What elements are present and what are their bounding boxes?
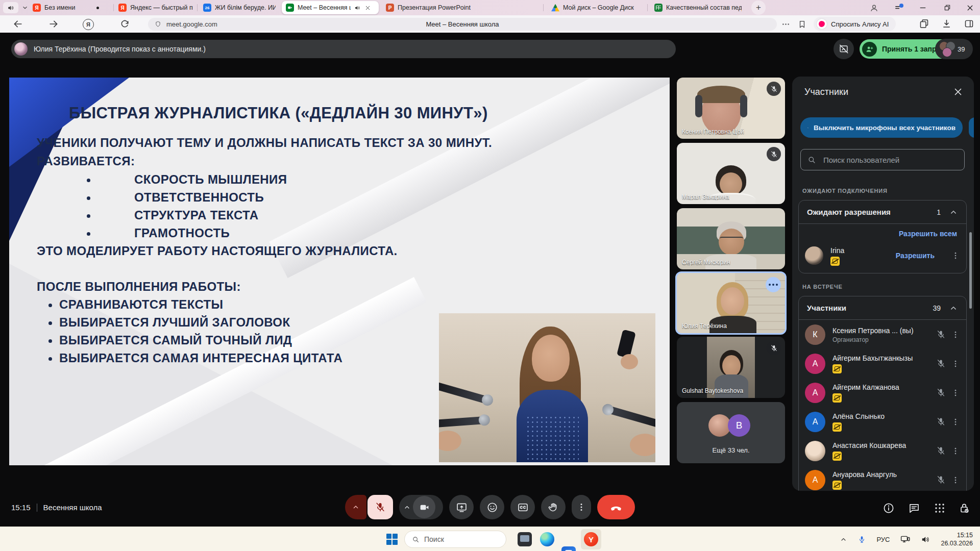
- tab-separator: [647, 4, 648, 11]
- taskbar-clock[interactable]: 15:15 26.03.2026: [941, 531, 973, 547]
- camera-toggle-button[interactable]: [413, 496, 435, 518]
- bookmark-icon[interactable]: [797, 18, 808, 30]
- browser-menu-icon[interactable]: [893, 3, 903, 13]
- video-tile[interactable]: Ксения Петровна Цой: [677, 78, 785, 139]
- extensions-dots-icon[interactable]: [781, 19, 792, 31]
- tab-close-icon[interactable]: [364, 5, 371, 11]
- mic-off-icon: [936, 330, 946, 339]
- participant-row[interactable]: К Ксения Петровна ... (вы) Организатор: [799, 320, 966, 349]
- secondary-action-button[interactable]: [969, 117, 974, 138]
- present-screen-button[interactable]: [449, 495, 474, 519]
- tab-google-sheets[interactable]: Качественный состав пед: [654, 0, 742, 15]
- participant-row[interactable]: А Айгерим Калжанова: [799, 378, 966, 407]
- activities-grid-icon[interactable]: [934, 502, 946, 514]
- tab-powerpoint[interactable]: P Презентация PowerPoint: [386, 0, 483, 15]
- kebab-menu-icon[interactable]: [951, 330, 960, 339]
- admit-link[interactable]: Разрешить: [896, 251, 935, 260]
- volume-icon[interactable]: [921, 535, 930, 544]
- reactions-button[interactable]: [480, 495, 504, 519]
- annotations-off-button[interactable]: [834, 39, 854, 59]
- microphone-prop: [439, 381, 491, 405]
- mic-in-use-icon[interactable]: [857, 535, 866, 544]
- edge-icon[interactable]: [540, 532, 554, 546]
- yandex-favicon: Я: [33, 4, 41, 12]
- forward-icon[interactable]: [48, 18, 59, 30]
- restore-window-button[interactable]: [942, 3, 952, 13]
- collections-icon[interactable]: [919, 18, 930, 30]
- site-shield-icon[interactable]: [154, 20, 162, 28]
- tab-untitled[interactable]: Я Без имени: [33, 0, 110, 15]
- tray-chevron-icon[interactable]: [840, 536, 847, 543]
- participants-card-header[interactable]: Участники 39: [799, 296, 966, 320]
- waiting-card-header[interactable]: Ожидают разрешения 1: [799, 201, 966, 224]
- tab-meet-active[interactable]: Meet – Весенняя шк: [282, 1, 379, 14]
- participant-search[interactable]: [800, 149, 965, 170]
- mute-all-button[interactable]: Выключить микрофоны всех участников: [800, 117, 963, 138]
- overflow-tile[interactable]: B Ещё 33 чел.: [677, 402, 785, 463]
- panel-scrollbar[interactable]: [969, 232, 972, 309]
- video-tile[interactable]: Марал Закарина: [677, 143, 785, 204]
- raise-hand-button[interactable]: [541, 495, 566, 519]
- kebab-menu-icon[interactable]: [951, 475, 960, 485]
- camera-group: [399, 495, 443, 519]
- kebab-menu-icon[interactable]: [951, 251, 960, 260]
- tile-options-button[interactable]: [766, 277, 781, 292]
- chat-icon[interactable]: [908, 502, 920, 514]
- taskbar-app-window-icon[interactable]: [518, 532, 532, 546]
- camera-options-chevron[interactable]: [403, 504, 411, 511]
- captions-button[interactable]: [510, 495, 535, 519]
- avatar: А: [805, 470, 825, 490]
- taskbar-search[interactable]: Поиск: [404, 531, 506, 548]
- new-tab-button[interactable]: +: [751, 1, 766, 15]
- mic-options-chevron[interactable]: [345, 495, 366, 519]
- yandex-browser-taskbar-icon[interactable]: Y: [581, 529, 601, 549]
- minimize-button[interactable]: [918, 3, 928, 13]
- mic-toggle-button-muted[interactable]: [368, 495, 393, 519]
- video-tile-active-speaker[interactable]: Юлия Терёхина: [675, 271, 787, 335]
- close-window-button[interactable]: [965, 3, 975, 13]
- address-bar[interactable]: meet.google.com: [148, 18, 777, 31]
- more-options-button[interactable]: [572, 495, 591, 519]
- panel-close-icon[interactable]: [952, 86, 965, 98]
- back-icon[interactable]: [12, 18, 23, 30]
- kebab-menu-icon[interactable]: [951, 359, 960, 368]
- participant-row[interactable]: А Алёна Слынько: [799, 407, 966, 436]
- participant-row[interactable]: Анастасия Кошкарева: [799, 436, 966, 465]
- admit-all-link[interactable]: Разрешить всем: [899, 229, 957, 238]
- reload-icon[interactable]: [119, 18, 131, 30]
- tab-list-chevron-icon[interactable]: [19, 2, 31, 13]
- yandex-home-icon[interactable]: Я: [83, 19, 94, 30]
- ask-alice-button[interactable]: Спросить Алису AI: [814, 17, 896, 31]
- slide-photo-interview: [439, 313, 655, 462]
- side-panel-icon[interactable]: [964, 18, 975, 30]
- participant-row[interactable]: А Ануарова Анаргуль: [799, 465, 966, 491]
- participants-panel: Участники Выключить микрофоны всех участ…: [792, 77, 974, 491]
- participants-count-pill[interactable]: 39: [935, 39, 973, 59]
- video-tile[interactable]: Gulshat Baytokeshova: [677, 337, 785, 398]
- tab-yandex-search[interactable]: Я Яндекс — быстрый поиск: [118, 0, 193, 15]
- slide-bullet: ВЫБИРАЕТСЯ САМЫЙ ТОЧНЫЙ ЛИД: [59, 333, 292, 347]
- start-button[interactable]: [386, 534, 398, 545]
- end-call-button[interactable]: [597, 495, 635, 519]
- downloads-icon[interactable]: [941, 18, 952, 30]
- meeting-details-icon[interactable]: [883, 502, 895, 514]
- video-tile[interactable]: Сергей Мисюрин: [677, 208, 785, 269]
- language-indicator[interactable]: РУС: [876, 536, 890, 543]
- browser-tab-strip: Я Без имени Я Яндекс — быстрый поиск 26 …: [0, 0, 980, 15]
- tab-google-drive[interactable]: Мой диск – Google Диск: [551, 0, 642, 15]
- kebab-menu-icon[interactable]: [951, 388, 960, 397]
- kebab-menu-icon[interactable]: [951, 417, 960, 427]
- search-input[interactable]: [822, 155, 958, 165]
- host-controls-lock-icon[interactable]: [958, 502, 970, 514]
- taskbar-app-blue-icon[interactable]: [561, 546, 576, 551]
- connect-display-icon[interactable]: [900, 534, 911, 545]
- person-add-icon: [862, 42, 877, 57]
- profile-avatar-icon[interactable]: [869, 3, 879, 13]
- google-calendar-favicon: 26: [203, 4, 211, 12]
- window-audio-button[interactable]: [3, 2, 18, 13]
- tab-calendar[interactable]: 26 ЖИ білім беруде. ИИ в об: [203, 0, 276, 15]
- tab-audio-icon[interactable]: [354, 5, 361, 11]
- people-count: 39: [958, 45, 965, 53]
- kebab-menu-icon[interactable]: [951, 446, 960, 456]
- participant-row[interactable]: А Айгерим Бахытжанкызы: [799, 349, 966, 378]
